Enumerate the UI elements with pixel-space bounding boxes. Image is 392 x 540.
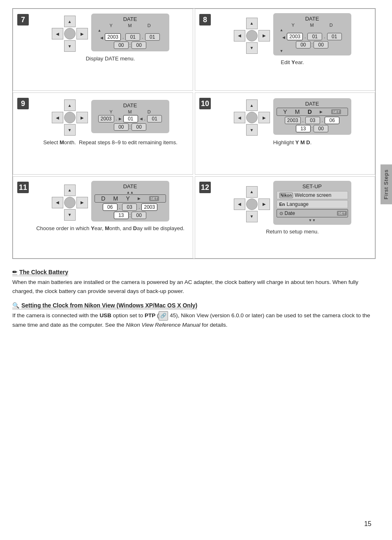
dpad-right[interactable]: ▶ xyxy=(258,30,270,42)
month-field: 01 xyxy=(123,115,138,122)
set-badge-12: SET xyxy=(337,211,347,216)
lbl-y: Y xyxy=(291,23,294,28)
setup-language: En Language xyxy=(277,200,348,208)
dpad-left[interactable]: ◀ xyxy=(234,112,245,123)
step-7-lcd: DATE Y M D 2003 . 01 xyxy=(91,14,169,51)
dpad-center[interactable] xyxy=(246,30,258,42)
lbl-y: Y xyxy=(109,23,112,28)
usb-icon: 🔗 xyxy=(159,311,168,321)
dpad-left[interactable]: ◀ xyxy=(52,112,63,123)
dpad-up[interactable]: ▲ xyxy=(246,186,258,198)
lbl-d: D xyxy=(330,23,333,28)
dpad-right[interactable]: ▶ xyxy=(258,112,270,123)
step-10-lcd-title: DATE xyxy=(277,101,348,107)
step-7-lcd-title: DATE xyxy=(95,16,166,22)
step-10-diagram: ▲ ◀ ▶ ▼ DATE xyxy=(214,97,371,146)
page-number: 15 xyxy=(364,520,371,528)
step-10-dpad: ▲ ◀ ▶ ▼ xyxy=(234,99,270,136)
step-12-number: 12 xyxy=(199,182,211,193)
main-content: 7 ▲ ◀ ▶ ▼ xyxy=(0,0,392,344)
step-10-caption: Highlight Y M D. xyxy=(273,139,312,146)
dpad-left[interactable]: ◀ xyxy=(234,30,245,42)
dpad-center[interactable] xyxy=(64,28,76,39)
dpad-right[interactable]: ▶ xyxy=(76,28,88,39)
dpad-right[interactable]: ▶ xyxy=(76,112,88,123)
dpad-up[interactable]: ▲ xyxy=(64,16,76,27)
min-field: 00 xyxy=(131,212,146,219)
pencil-icon: ✏ xyxy=(12,269,17,275)
setting-clock-heading: 🔍 Setting the Clock from Nikon View (Win… xyxy=(12,302,197,309)
dpad-right[interactable]: ▶ xyxy=(258,198,270,210)
year-field: 2003 xyxy=(285,117,301,124)
dpad-center[interactable] xyxy=(246,198,258,210)
step-12-setup-menu: SET-UP Nikon Welcome screen En Language … xyxy=(273,181,351,225)
dpad-down[interactable]: ▼ xyxy=(64,40,76,52)
step-11-caption: Choose order in which Year, Month, and D… xyxy=(36,225,184,232)
arrow-up-7 xyxy=(95,28,166,32)
dpad-left[interactable]: ◀ xyxy=(52,197,63,208)
dpad-down[interactable]: ▼ xyxy=(246,124,258,136)
setup-welcome-label: Welcome screen xyxy=(295,192,331,198)
dpad-down[interactable]: ▼ xyxy=(246,42,258,54)
dpad-left[interactable]: ◀ xyxy=(52,28,63,39)
setting-clock-text: If the camera is connected with the USB … xyxy=(12,311,376,330)
setup-title: SET-UP xyxy=(277,183,348,189)
dpad-up[interactable]: ▲ xyxy=(246,18,258,29)
date-icon: ⊙ xyxy=(279,211,283,216)
step-12-diagram: ▲ ◀ ▶ ▼ SET-UP Nikon xyxy=(214,181,371,235)
min-field: 00 xyxy=(314,125,328,132)
hour-field: 00 xyxy=(114,42,129,49)
step-9-panel: 9 ▲ ◀ ▶ ▼ xyxy=(13,92,193,175)
left-tri xyxy=(100,34,103,40)
step-8-lcd: DATE Y M D 2003 . 01 xyxy=(273,13,351,55)
setting-clock-title: Setting the Clock from Nikon View (Windo… xyxy=(21,302,197,309)
step-12-caption: Return to setup menu. xyxy=(266,228,319,235)
hour-field: 00 xyxy=(114,123,129,131)
dpad-left[interactable]: ◀ xyxy=(234,198,245,210)
setup-date: ⊙ Date SET xyxy=(277,209,348,217)
arrow-down-12: ▼ xyxy=(277,218,348,222)
dpad-up[interactable]: ▲ xyxy=(64,185,76,196)
step-8-panel: 8 ▲ ◀ ▶ ▼ xyxy=(195,9,375,91)
steps-grid: 7 ▲ ◀ ▶ ▼ xyxy=(12,8,376,259)
step-11-diagram: ▲ ◀ ▶ ▼ DATE ▲ xyxy=(32,181,189,232)
dpad-center[interactable] xyxy=(64,112,76,123)
step-12-dpad: ▲ ◀ ▶ ▼ xyxy=(234,186,270,222)
step-11-panel: 11 ▲ ◀ ▶ ▼ xyxy=(13,176,193,258)
step-7-caption: Display DATE menu. xyxy=(86,55,135,62)
dpad-center[interactable] xyxy=(64,197,76,208)
arrow-down-8 xyxy=(277,48,348,53)
setup-welcome-screen: Nikon Welcome screen xyxy=(277,191,348,199)
dpad-down[interactable]: ▼ xyxy=(64,124,76,136)
hour-field: 00 xyxy=(296,41,311,48)
step-9-lcd-title: DATE xyxy=(95,102,166,108)
month-field: 01 xyxy=(307,33,322,40)
step-7-dpad: ▲ ◀ ▶ ▼ xyxy=(52,16,88,52)
setup-date-label: Date xyxy=(285,210,295,216)
language-icon: En xyxy=(279,202,285,207)
arrow-up-8 xyxy=(277,28,348,32)
dpad-up[interactable]: ▲ xyxy=(64,99,76,111)
notes-section: ✏ The Clock Battery When the main batter… xyxy=(12,269,376,330)
dpad-down[interactable]: ▼ xyxy=(64,209,76,221)
step-9-caption: Select Month. Repeat steps 8–9 to edit r… xyxy=(43,139,178,146)
step-10-lcd: DATE Y M D SET 2003 . xyxy=(273,98,351,135)
dpad-up[interactable]: ▲ xyxy=(246,99,258,111)
dpad-down[interactable]: ▼ xyxy=(246,211,258,222)
hour-field: 13 xyxy=(114,212,129,219)
day-field: 01 xyxy=(145,33,160,41)
step-7-number: 7 xyxy=(17,14,29,25)
step-12-panel: 12 ▲ ◀ ▶ ▼ xyxy=(195,176,375,258)
step-11-dpad: ▲ ◀ ▶ ▼ xyxy=(52,185,88,221)
step-9-dpad: ▲ ◀ ▶ ▼ xyxy=(52,99,88,136)
min-field: 00 xyxy=(131,123,146,131)
setup-language-label: Language xyxy=(287,201,309,207)
step-10-number: 10 xyxy=(199,98,211,109)
day-field: 06 xyxy=(325,117,339,124)
left-tri xyxy=(282,33,285,40)
clock-battery-title: The Clock Battery xyxy=(19,269,68,275)
side-tab-label: First Steps xyxy=(383,169,389,199)
dpad-center[interactable] xyxy=(246,112,258,123)
step-8-caption: Edit Year. xyxy=(281,59,304,66)
dpad-right[interactable]: ▶ xyxy=(76,197,88,208)
